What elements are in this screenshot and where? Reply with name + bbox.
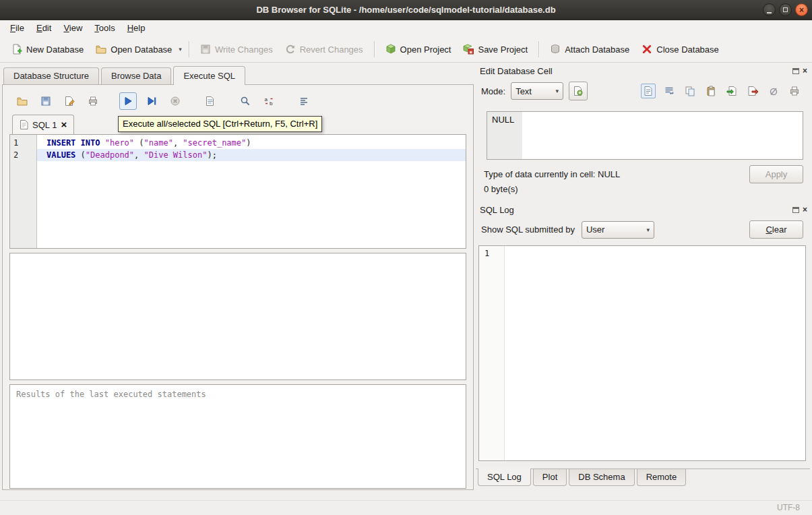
open-project-button[interactable]: Open Project [379,40,458,59]
print-sql-button[interactable] [84,92,102,110]
log-content-area[interactable] [505,246,805,460]
log-line-gutter: 1 [479,246,505,460]
sql-string: "name" [144,138,173,148]
mode-select[interactable]: Text ▾ [511,82,563,100]
menu-help[interactable]: Help [121,21,152,36]
gear-doc-icon [573,86,584,96]
menu-file[interactable]: File [4,21,30,36]
minimize-button[interactable] [763,3,776,16]
code-area[interactable]: INSERT INTO "hero" ("name", "secret_name… [37,135,466,248]
tooltip: Execute all/selected SQL [Ctrl+Return, F… [118,116,322,132]
close-database-button[interactable]: Close Database [635,40,725,59]
set-null-button[interactable] [766,84,781,98]
sql-string: "hero" [105,138,134,148]
main-tab-bar: Database Structure Browse Data Execute S… [2,65,474,84]
print-icon [789,86,800,96]
results-grid[interactable] [9,253,466,380]
open-database-dropdown-arrow[interactable]: ▾ [177,42,184,57]
sql-string: "secret_name" [183,138,246,148]
execute-all-button[interactable] [119,92,137,110]
export-cell-data-button[interactable] [745,84,760,98]
write-changes-button: Write Changes [194,40,279,59]
save-project-button[interactable]: Save Project [457,40,534,59]
sql-string: "Deadpond" [86,150,134,160]
tab-execute-sql[interactable]: Execute SQL [173,66,245,85]
new-database-icon [11,44,22,55]
encoding-indicator[interactable]: UTF-8 [777,503,800,512]
svg-text:b: b [270,100,273,107]
new-database-button[interactable]: New Database [5,40,90,59]
edit-cell-header: Edit Database Cell × [476,63,810,78]
maximize-button[interactable] [779,3,792,16]
menu-view[interactable]: View [57,21,88,36]
tab-db-schema[interactable]: DB Schema [569,469,634,486]
bottom-tab-bar: SQL Log Plot DB Schema Remote [476,468,810,486]
save-project-icon [463,44,474,55]
sql-1-tab[interactable]: SQL 1 × [12,115,74,134]
print-cell-button[interactable] [787,84,802,98]
import-icon [726,86,737,96]
apply-button: Apply [749,165,803,183]
print-icon [88,96,98,107]
export-results-icon [205,96,216,107]
auto-switch-mode-button[interactable] [569,82,588,100]
open-sql-file-icon [17,96,28,107]
dock-controls: × [792,206,807,213]
sql-tab-label: SQL 1 [32,120,57,130]
close-button[interactable]: × [795,3,808,16]
main-toolbar: New Database Open Database ▾ Write Chang… [0,36,812,63]
close-database-icon [642,44,652,55]
cell-value-editor[interactable]: NULL [487,111,803,160]
submitted-by-select[interactable]: User ▾ [582,221,654,239]
tab-remote[interactable]: Remote [637,469,687,486]
import-cell-data-button[interactable] [724,84,739,98]
dock-close-icon[interactable]: × [803,67,807,74]
close-icon: × [796,5,807,16]
cell-info: Type of data currently in cell: NULL 0 b… [476,160,810,202]
save-sql-file-button[interactable] [37,92,55,110]
menu-tools[interactable]: Tools [88,21,121,36]
find-button[interactable] [237,92,254,110]
clear-log-button[interactable]: Clear [749,220,803,239]
open-sql-file-button[interactable] [13,92,31,110]
open-database-button[interactable]: Open Database [90,40,178,59]
save-sql-as-button[interactable] [61,92,78,110]
edit-cell-title: Edit Database Cell [480,66,792,76]
window-controls: × [763,3,808,16]
menu-edit[interactable]: Edit [30,21,57,36]
write-changes-icon [200,44,211,55]
cell-editor-icons [641,84,805,98]
tab-database-structure[interactable]: Database Structure [3,67,99,84]
tab-sql-log[interactable]: SQL Log [478,468,531,486]
execute-line-button[interactable] [143,92,160,110]
copy-cell-button[interactable] [683,84,697,98]
undock-icon[interactable] [792,207,799,213]
tab-browse-data[interactable]: Browse Data [101,67,171,84]
save-sql-as-icon [64,96,75,107]
find-icon [240,96,251,107]
sql-text [100,138,104,148]
dock-close-icon[interactable]: × [803,206,807,213]
sql-editor[interactable]: 1 2 INSERT INTO "hero" ("name", "secret_… [9,134,466,249]
undock-icon[interactable] [792,68,799,74]
paste-cell-button[interactable] [704,84,718,98]
word-wrap-button[interactable] [662,84,677,98]
sql-log-view[interactable]: 1 [478,245,806,461]
titlebar[interactable]: DB Browser for SQLite - /home/user/code/… [0,0,812,20]
sql-log-title: SQL Log [480,205,792,215]
find-replace-button[interactable]: ab [260,92,278,110]
cell-edit-area[interactable] [522,112,803,159]
maximize-icon [783,7,788,12]
text-mode-button[interactable] [641,84,656,98]
statusbar: UTF-8 [0,500,812,515]
open-database-label: Open Database [111,44,172,55]
text-document-icon [643,86,654,96]
results-message-area[interactable]: Results of the last executed statements [9,384,466,489]
export-results-button[interactable] [201,92,219,110]
attach-database-button[interactable]: Attach Database [544,40,635,59]
tab-plot[interactable]: Plot [533,469,567,486]
format-lines-icon [299,96,309,107]
format-sql-button[interactable] [295,92,313,110]
sql-tab-close-icon[interactable]: × [61,120,67,129]
chevron-down-icon: ▾ [646,226,650,233]
